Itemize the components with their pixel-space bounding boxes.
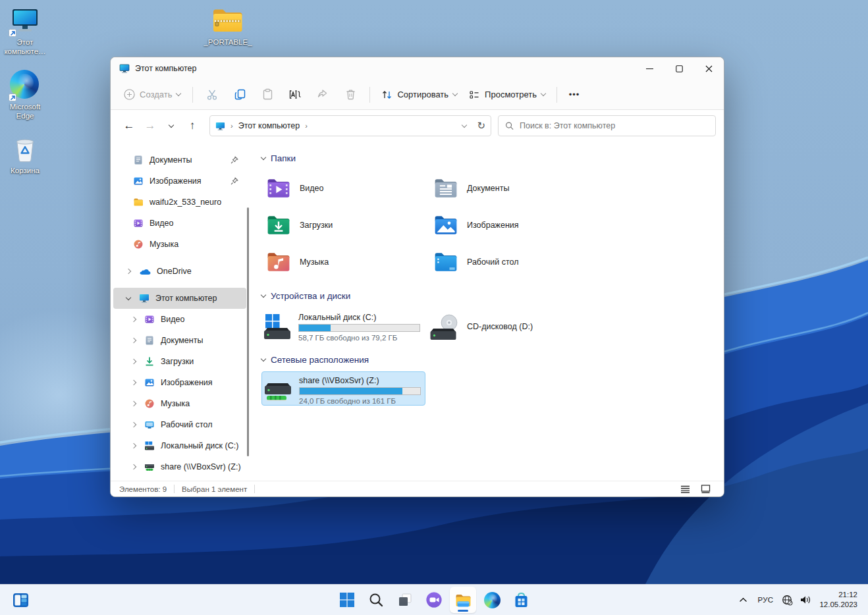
search-button[interactable] xyxy=(363,587,389,613)
chevron-right-icon[interactable] xyxy=(131,359,136,364)
folder-tile-downloads[interactable]: Загрузки xyxy=(261,207,429,244)
tray-overflow-button[interactable] xyxy=(734,588,752,612)
sidebar-item-this-pc-network-share[interactable]: share (\\VBoxSvr) (Z:) xyxy=(113,456,246,477)
sidebar-item-onedrive[interactable]: OneDrive xyxy=(113,261,246,282)
plus-circle-icon xyxy=(124,89,135,100)
documents-icon xyxy=(133,155,144,165)
local-disk-icon xyxy=(263,311,292,342)
taskbar: РУС 21:12 12.05.2023 xyxy=(0,584,868,615)
paste-button[interactable] xyxy=(254,84,281,106)
desktop-icon-this-pc[interactable]: Этот компьюте… xyxy=(0,5,50,56)
maximize-button[interactable] xyxy=(665,57,694,80)
chevron-right-icon[interactable] xyxy=(131,338,136,343)
start-button[interactable] xyxy=(334,587,360,613)
sidebar-item-label: Загрузки xyxy=(161,357,194,366)
more-button[interactable]: ••• xyxy=(562,84,586,106)
group-header-network[interactable]: Сетевые расположения xyxy=(261,352,724,367)
drive-name: Локальный диск (C:) xyxy=(298,313,420,322)
folder-tile-documents[interactable]: Документы xyxy=(429,170,596,207)
large-icons-view-button[interactable] xyxy=(698,483,713,495)
forward-button[interactable]: → xyxy=(140,115,161,136)
chat-button[interactable] xyxy=(421,587,447,613)
sidebar-item-this-pc-videos[interactable]: Видео xyxy=(113,309,246,330)
details-view-button[interactable] xyxy=(678,483,692,495)
store-button[interactable] xyxy=(508,587,534,613)
close-button[interactable] xyxy=(694,57,724,80)
folder-tile-desktop[interactable]: Рабочий стол xyxy=(429,244,596,281)
edge-button[interactable] xyxy=(479,587,505,613)
copy-button[interactable] xyxy=(226,84,254,106)
folder-tile-music[interactable]: Музыка xyxy=(261,244,429,281)
chevron-right-icon[interactable] xyxy=(131,380,136,385)
view-options-icon xyxy=(469,90,480,100)
shortcut-arrow-icon xyxy=(9,94,16,101)
group-header-folders[interactable]: Папки xyxy=(261,151,724,165)
chevron-right-icon[interactable] xyxy=(131,464,136,469)
sidebar-item-pictures-pinned[interactable]: Изображения xyxy=(113,171,246,192)
window-title: Этот компьютер xyxy=(135,64,196,73)
breadcrumb-separator: › xyxy=(231,122,233,130)
address-dropdown-icon[interactable] xyxy=(462,122,467,127)
back-button[interactable]: ← xyxy=(119,115,140,136)
file-explorer-button[interactable] xyxy=(450,587,476,613)
search-input[interactable] xyxy=(520,121,709,130)
view-button[interactable]: Просмотреть xyxy=(463,86,551,104)
drive-tile-network-share-z[interactable]: share (\\VBoxSvr) (Z:) 24,0 ГБ свободно … xyxy=(261,371,425,406)
chevron-right-icon[interactable] xyxy=(131,443,136,448)
group-header-devices[interactable]: Устройства и диски xyxy=(261,288,724,303)
sidebar-item-this-pc-desktop[interactable]: Рабочий стол xyxy=(113,414,246,435)
sidebar-item-this-pc-pictures[interactable]: Изображения xyxy=(113,372,246,393)
sidebar-item-music[interactable]: Музыка xyxy=(113,234,246,255)
drive-tile-local-disk-c[interactable]: Локальный диск (C:) 58,7 ГБ свободно из … xyxy=(261,308,429,346)
widgets-button[interactable] xyxy=(7,587,34,613)
search-box[interactable] xyxy=(498,115,716,136)
rename-button[interactable] xyxy=(281,84,309,106)
recent-locations-button[interactable] xyxy=(161,115,182,136)
drive-tile-cd-rom-d[interactable]: CD-дисковод (D:) xyxy=(429,308,596,346)
sidebar-item-this-pc[interactable]: Этот компьютер xyxy=(113,288,246,309)
folder-tile-pictures[interactable]: Изображения xyxy=(429,207,596,244)
chevron-right-icon[interactable] xyxy=(126,269,131,274)
pictures-icon xyxy=(133,176,144,186)
up-button[interactable]: ↑ xyxy=(182,115,203,136)
tile-label: Музыка xyxy=(300,257,329,267)
address-bar[interactable]: › Этот компьютер › ↻ xyxy=(209,115,491,136)
sidebar-item-documents-pinned[interactable]: Документы xyxy=(113,149,246,171)
chevron-down-icon[interactable] xyxy=(126,294,131,300)
network-status-button[interactable] xyxy=(779,588,796,612)
desktop-icon-recycle-bin[interactable]: Корзина xyxy=(0,134,50,175)
tile-label: Рабочий стол xyxy=(467,257,518,267)
cut-button[interactable] xyxy=(198,84,226,106)
sidebar-item-label: Музыка xyxy=(161,399,190,408)
sidebar-item-label: share (\\VBoxSvr) (Z:) xyxy=(161,462,241,471)
desktop-icon-portable[interactable]: _PORTABLE_ xyxy=(203,5,253,47)
volume-button[interactable] xyxy=(797,588,814,612)
sidebar-item-this-pc-documents[interactable]: Документы xyxy=(113,330,246,351)
chevron-right-icon[interactable] xyxy=(131,401,136,406)
language-indicator[interactable]: РУС xyxy=(753,588,778,612)
new-button[interactable]: Создать xyxy=(117,85,187,104)
drive-capacity-caption: 58,7 ГБ свободно из 79,2 ГБ xyxy=(298,334,420,342)
task-view-button[interactable] xyxy=(392,587,418,613)
sidebar-item-videos[interactable]: Видео xyxy=(113,213,246,234)
chevron-right-icon[interactable] xyxy=(131,422,136,427)
taskbar-clock[interactable]: 21:12 12.05.2023 xyxy=(815,590,863,610)
titlebar[interactable]: Этот компьютер xyxy=(111,57,724,80)
chevron-right-icon[interactable] xyxy=(131,317,136,322)
sidebar-scrollbar[interactable] xyxy=(247,207,249,456)
sidebar-item-this-pc-downloads[interactable]: Загрузки xyxy=(113,351,246,372)
sidebar-item-waifu2x-folder[interactable]: waifu2x_533_neuro xyxy=(113,192,246,213)
refresh-icon[interactable]: ↻ xyxy=(477,120,485,132)
minimize-button[interactable] xyxy=(635,57,665,80)
desktop-icon-edge[interactable]: Microsoft Edge xyxy=(0,70,50,120)
capacity-bar xyxy=(298,324,420,332)
share-button[interactable] xyxy=(309,84,337,106)
sort-button[interactable]: Сортировать xyxy=(375,86,463,104)
delete-button[interactable] xyxy=(337,84,364,106)
sidebar-item-this-pc-music[interactable]: Музыка xyxy=(113,393,246,414)
folder-tile-videos[interactable]: Видео xyxy=(261,170,429,207)
breadcrumb-this-pc[interactable]: Этот компьютер xyxy=(238,121,300,130)
edge-icon xyxy=(484,592,501,608)
sidebar-item-this-pc-local-disk-c[interactable]: Локальный диск (C:) xyxy=(113,435,246,456)
drive-name: CD-дисковод (D:) xyxy=(467,322,533,331)
